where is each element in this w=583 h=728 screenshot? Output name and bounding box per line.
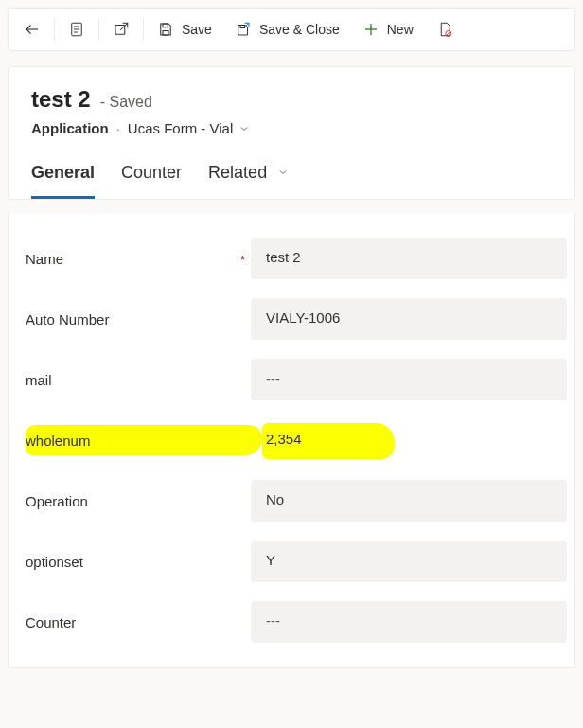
tab-list: General Counter Related [31, 163, 552, 199]
form-name: Ucas Form - Vial [128, 120, 233, 136]
save-close-label: Save & Close [259, 22, 340, 37]
save-label: Save [182, 22, 212, 37]
deactivate-icon [436, 21, 453, 38]
save-button[interactable]: Save [146, 9, 223, 50]
save-close-button[interactable]: Save & Close [223, 9, 351, 50]
form-body: Name * test 2 Auto Number VIALY-1006 mai… [8, 213, 575, 668]
svg-rect-8 [163, 31, 168, 36]
svg-line-6 [120, 23, 128, 30]
field-name: Name * test 2 [26, 236, 567, 281]
field-autonumber: Auto Number VIALY-1006 [26, 296, 567, 342]
record-header: test 2 Saved Application · Ucas Form - V… [8, 66, 575, 200]
chevron-down-icon [238, 123, 250, 134]
field-autonumber-input[interactable]: VIALY-1006 [251, 298, 567, 340]
required-indicator: * [240, 253, 245, 267]
svg-rect-5 [115, 26, 125, 35]
tab-counter[interactable]: Counter [121, 163, 182, 199]
back-icon [24, 21, 41, 38]
save-status: Saved [100, 94, 152, 111]
field-wholenum-input[interactable]: 2,354 [251, 419, 567, 461]
dot-separator: · [116, 120, 120, 136]
form-selector-button[interactable] [57, 9, 97, 50]
save-close-icon [235, 21, 252, 38]
command-bar: Save Save & Close New [8, 8, 575, 51]
field-operation-input[interactable]: No [251, 480, 567, 522]
toolbar-divider [143, 18, 144, 41]
svg-rect-7 [163, 24, 168, 27]
field-counter-label: Counter [26, 614, 251, 630]
field-operation-label: Operation [26, 493, 251, 509]
field-optionset-input[interactable]: Y [251, 541, 567, 582]
form-icon [68, 21, 85, 38]
tab-related-label: Related [208, 163, 267, 182]
new-label: New [387, 22, 414, 37]
toolbar-divider [98, 18, 99, 41]
field-name-label: Name * [26, 251, 251, 267]
field-optionset-label: optionset [26, 554, 251, 570]
deactivate-button[interactable] [425, 9, 453, 50]
field-counter: Counter --- [26, 599, 567, 645]
field-counter-input[interactable]: --- [251, 601, 567, 643]
open-in-new-icon [113, 21, 130, 38]
field-operation: Operation No [26, 478, 567, 524]
field-optionset: optionset Y [26, 539, 567, 584]
back-button[interactable] [12, 9, 52, 50]
tab-general[interactable]: General [31, 163, 95, 199]
entity-name: Application [31, 120, 109, 136]
form-picker[interactable]: Ucas Form - Vial [128, 120, 250, 136]
open-in-new-button[interactable] [101, 9, 141, 50]
field-wholenum: wholenum 2,354 [26, 417, 567, 463]
svg-rect-9 [240, 26, 245, 28]
plus-icon [362, 21, 380, 38]
field-mail: mail --- [26, 357, 567, 402]
chevron-down-icon [277, 167, 289, 178]
record-title: test 2 [31, 86, 91, 113]
field-wholenum-label: wholenum [26, 433, 251, 449]
new-button[interactable]: New [351, 9, 425, 50]
toolbar-divider [54, 18, 55, 41]
tab-related[interactable]: Related [208, 163, 289, 199]
field-name-input[interactable]: test 2 [251, 238, 567, 279]
field-autonumber-label: Auto Number [26, 311, 251, 328]
save-icon [157, 21, 174, 38]
field-mail-label: mail [26, 372, 251, 388]
field-mail-input[interactable]: --- [251, 359, 567, 400]
